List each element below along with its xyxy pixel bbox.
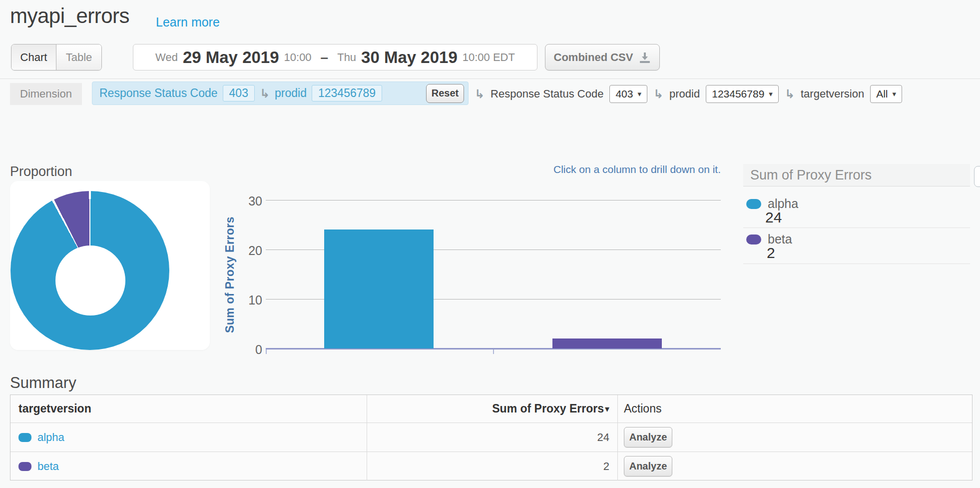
table-row: beta 2 Analyze (10, 452, 972, 480)
donut-hole (55, 246, 125, 316)
legend-value: 2 (767, 244, 775, 262)
proportion-donut-chart[interactable] (10, 191, 169, 350)
table-header-row: targetversion Sum of Proxy Errors▾ Actio… (10, 395, 972, 422)
table-row: alpha 24 Analyze (10, 422, 972, 452)
dimension-name: Response Status Code (490, 88, 603, 100)
dropdown-value: 403 (615, 88, 633, 100)
row-link-beta[interactable]: beta (37, 460, 59, 473)
y-axis-tick: 0 (239, 342, 262, 357)
beta-swatch (746, 234, 761, 244)
analyze-button[interactable]: Analyze (624, 427, 672, 448)
breadcrumb-filter-value: 123456789 (312, 85, 382, 102)
drilldown-breadcrumb: Response Status Code 403 ↳ prodid 123456… (92, 82, 469, 105)
dimension-name: prodid (669, 88, 700, 100)
start-date: 29 May 2019 (183, 48, 279, 67)
y-axis-tick: 30 (239, 194, 262, 208)
proportion-title: Proportion (10, 164, 72, 180)
breadcrumb-filter-name: Response Status Code (99, 86, 218, 100)
dimension-name: targetversion (801, 88, 864, 100)
sort-descending-icon: ▾ (605, 404, 609, 414)
column-header-sum-of-proxy-errors[interactable]: Sum of Proxy Errors▾ (367, 395, 617, 422)
x-axis-tick (493, 350, 494, 354)
legend-value: 24 (765, 209, 782, 226)
y-axis-tick: 20 (239, 244, 262, 258)
proportion-donut-card (10, 181, 210, 350)
toolbar-divider (0, 78, 980, 79)
drilldown-arrow-icon: ↳ (653, 88, 663, 100)
legend-divider (743, 264, 970, 264)
column-header-targetversion[interactable]: targetversion (10, 395, 367, 422)
y-axis-title: Sum of Proxy Errors (223, 210, 237, 340)
combined-csv-label: Combined CSV (554, 51, 633, 64)
column-header-label: Sum of Proxy Errors (492, 402, 604, 416)
breadcrumb-filter-name: prodid (275, 86, 307, 100)
x-axis-tick (266, 350, 267, 354)
date-range-picker[interactable]: Wed 29 May 2019 10:00 – Thu 30 May 2019 … (133, 44, 537, 70)
response-status-code-dropdown[interactable]: 403 ▾ (609, 85, 647, 103)
drilldown-arrow-icon: ↳ (475, 88, 485, 100)
bar-beta[interactable] (552, 338, 662, 348)
table-toggle-button[interactable]: Table (56, 44, 101, 70)
chart-toggle-button[interactable]: Chart (11, 44, 56, 70)
chevron-down-icon: ▾ (893, 90, 897, 98)
panel-edge-button[interactable] (974, 166, 980, 187)
dropdown-value: All (876, 88, 888, 100)
drilldown-hint: Click on a column to drill down on it. (499, 164, 721, 176)
prodid-dropdown[interactable]: 123456789 ▾ (706, 85, 779, 103)
dimension-controls: ↳ Response Status Code 403 ▾ ↳ prodid 12… (475, 83, 902, 105)
date-range-separator: – (321, 50, 329, 66)
targetversion-dropdown[interactable]: All ▾ (870, 85, 902, 103)
start-time: 10:00 (284, 51, 312, 64)
dropdown-value: 123456789 (712, 88, 764, 100)
page-title: myapi_errors (10, 4, 129, 28)
row-value: 24 (597, 431, 609, 444)
legend-title: Sum of Proxy Errors (743, 164, 970, 186)
dimension-label: Dimension (10, 83, 82, 105)
drilldown-arrow-icon: ↳ (785, 88, 795, 100)
gridline (266, 200, 721, 200)
breadcrumb-filter-value: 403 (223, 85, 255, 102)
learn-more-link[interactable]: Learn more (156, 15, 220, 30)
alpha-swatch (746, 199, 761, 209)
end-time: 10:00 EDT (463, 51, 515, 64)
legend-divider (743, 228, 970, 228)
column-header-actions: Actions (617, 395, 972, 422)
reset-button[interactable]: Reset (426, 84, 464, 103)
alpha-swatch (18, 433, 31, 442)
bar-alpha[interactable] (324, 230, 434, 348)
y-axis-tick: 10 (239, 293, 262, 308)
end-day: Thu (337, 51, 356, 64)
combined-csv-button[interactable]: Combined CSV (545, 44, 660, 70)
start-day: Wed (155, 51, 178, 64)
summary-title: Summary (10, 374, 76, 392)
beta-swatch (18, 462, 31, 471)
chevron-down-icon: ▾ (637, 90, 641, 98)
download-icon (639, 52, 651, 64)
row-link-alpha[interactable]: alpha (37, 431, 64, 444)
chart-table-toggle: Chart Table (11, 44, 102, 70)
end-date: 30 May 2019 (361, 48, 458, 67)
drilldown-arrow-icon: ↳ (260, 88, 270, 100)
summary-table: targetversion Sum of Proxy Errors▾ Actio… (10, 394, 973, 480)
chevron-down-icon: ▾ (769, 90, 773, 98)
analyze-button[interactable]: Analyze (624, 456, 672, 476)
row-value: 2 (603, 460, 609, 473)
